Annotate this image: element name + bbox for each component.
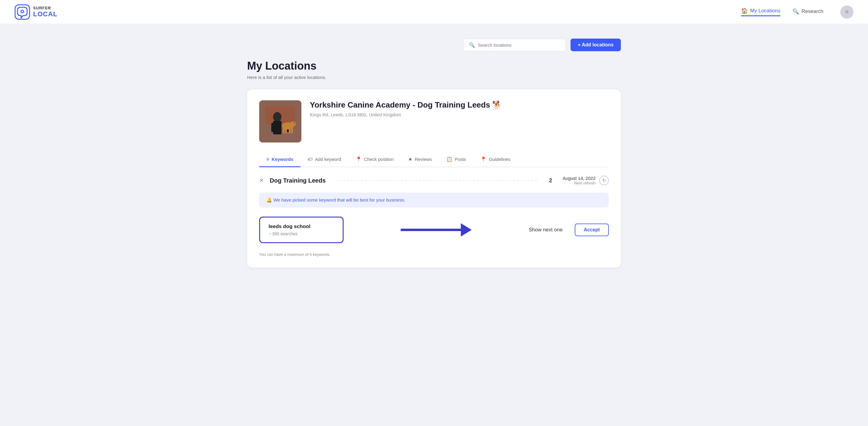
- nav: 🏠 My Locations 🔍 Research ≡: [741, 5, 854, 19]
- keyword-name: Dog Training Leeds: [270, 177, 330, 184]
- location-image: [259, 100, 301, 142]
- tab-add-keyword[interactable]: 🏷 Add keyword: [301, 153, 348, 167]
- reviews-icon: ★: [408, 156, 412, 162]
- page-title: My Locations: [247, 60, 621, 72]
- nav-my-locations[interactable]: 🏠 My Locations: [741, 7, 780, 16]
- nav-research[interactable]: 🔍 Research: [792, 8, 824, 16]
- svg-rect-14: [289, 128, 290, 133]
- footer-note: You can have a maximum of 5 keywords.: [259, 252, 609, 257]
- keywords-icon: ≡: [267, 157, 269, 162]
- tab-posts-label: Posts: [455, 157, 466, 162]
- add-locations-button[interactable]: + Add locations: [570, 39, 621, 51]
- accept-button[interactable]: Accept: [575, 224, 609, 236]
- home-icon: 🏠: [741, 7, 748, 14]
- logo-surfer-text: SURFER: [33, 6, 58, 10]
- svg-rect-7: [271, 123, 275, 132]
- user-avatar[interactable]: ≡: [840, 5, 854, 19]
- suggested-searches: ~ 390 searches: [269, 231, 334, 236]
- tabs-bar: ≡ Keywords 🏷 Add keyword 📍 Check positio…: [259, 152, 609, 167]
- location-card: Yorkshire Canine Academy - Dog Training …: [247, 90, 621, 267]
- svg-point-2: [22, 10, 23, 12]
- logo-local-text: LOCAL: [33, 10, 58, 18]
- posts-icon: 📋: [446, 156, 453, 162]
- tab-guidelines-label: Guidelines: [489, 157, 510, 162]
- location-info: Yorkshire Canine Academy - Dog Training …: [310, 100, 609, 117]
- keyword-suggestion-area: leeds dog school ~ 390 searches Show nex…: [259, 214, 609, 246]
- page-subtitle: Here is a list of all your active locati…: [247, 75, 621, 80]
- add-locations-label: + Add locations: [578, 42, 614, 47]
- refresh-icon: ↻: [602, 178, 606, 183]
- nav-research-label: Research: [801, 8, 824, 14]
- main-content: 🔍 + Add locations My Locations Here is a…: [223, 24, 645, 282]
- tab-keywords-label: Keywords: [272, 157, 293, 162]
- keyword-refresh-label: Next refresh: [563, 181, 595, 185]
- location-name: Yorkshire Canine Academy - Dog Training …: [310, 100, 609, 110]
- svg-point-11: [293, 122, 296, 124]
- suggestion-text: 🔔 We have picked some keyword that will …: [267, 197, 601, 203]
- header: SURFER LOCAL 🏠 My Locations 🔍 Research ≡: [0, 0, 868, 24]
- keyword-close-button[interactable]: ✕: [259, 177, 264, 184]
- check-position-icon: 📍: [355, 156, 362, 162]
- tab-check-position-label: Check position: [364, 157, 394, 162]
- top-bar: 🔍 + Add locations: [247, 39, 621, 51]
- tab-reviews[interactable]: ★ Reviews: [401, 152, 439, 167]
- avatar-icon: ≡: [845, 8, 849, 15]
- nav-my-locations-label: My Locations: [750, 8, 780, 14]
- tab-posts[interactable]: 📋 Posts: [439, 152, 473, 167]
- logo-text: SURFER LOCAL: [33, 6, 58, 18]
- location-header: Yorkshire Canine Academy - Dog Training …: [259, 100, 609, 142]
- search-icon: 🔍: [469, 42, 475, 48]
- add-keyword-icon: 🏷: [308, 157, 313, 162]
- search-locations-input[interactable]: [478, 42, 560, 47]
- tab-keywords[interactable]: ≡ Keywords: [259, 153, 301, 167]
- svg-rect-13: [285, 128, 287, 133]
- svg-point-5: [273, 112, 281, 122]
- big-arrow: [401, 223, 472, 236]
- suggestion-banner: 🔔 We have picked some keyword that will …: [259, 193, 609, 207]
- logo-area: SURFER LOCAL: [14, 4, 741, 20]
- suggestion-box: leeds dog school ~ 390 searches: [259, 217, 344, 243]
- guidelines-icon: 📍: [480, 156, 487, 162]
- keyword-dashes: [336, 181, 538, 181]
- location-address: Kings Rd, Leeds, LS16 8BG, United Kingdo…: [310, 112, 609, 117]
- keyword-rank: 2: [545, 177, 557, 184]
- refresh-button[interactable]: ↻: [599, 176, 609, 185]
- location-thumbnail: [259, 100, 301, 142]
- search-nav-icon: 🔍: [792, 8, 799, 15]
- location-image-inner: [259, 100, 301, 142]
- tab-guidelines[interactable]: 📍 Guidelines: [473, 152, 518, 167]
- keyword-row: ✕ Dog Training Leeds 2 August 14, 2022 N…: [259, 176, 609, 185]
- svg-rect-15: [291, 128, 293, 133]
- svg-rect-12: [283, 128, 284, 133]
- tab-reviews-label: Reviews: [415, 157, 432, 162]
- arrow-container: [350, 223, 523, 236]
- keyword-date-value: August 14, 2022: [563, 176, 595, 181]
- search-locations-container: 🔍: [463, 39, 566, 51]
- keyword-date-row: August 14, 2022 Next refresh ↻: [563, 176, 609, 185]
- suggested-keyword: leeds dog school: [269, 224, 334, 230]
- keyword-date: August 14, 2022 Next refresh: [563, 176, 595, 185]
- tab-check-position[interactable]: 📍 Check position: [348, 152, 401, 167]
- show-next-label: Show next one: [529, 227, 562, 233]
- arrow-head: [461, 223, 472, 236]
- accept-label: Accept: [584, 227, 600, 232]
- tab-add-keyword-label: Add keyword: [315, 157, 341, 162]
- arrow-line: [401, 229, 461, 231]
- logo-icon: [14, 4, 30, 20]
